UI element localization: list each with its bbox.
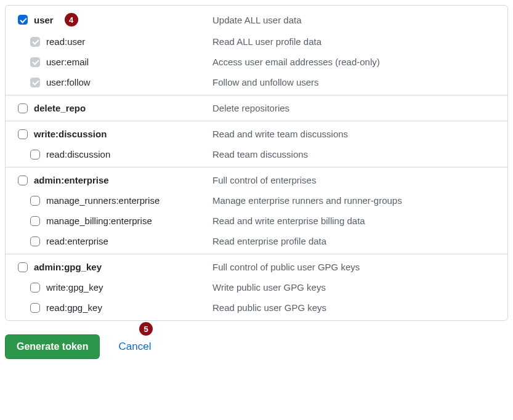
scope-group-delete-repo: delete_repo Delete repositories: [6, 95, 507, 121]
scope-label: read:discussion: [46, 149, 110, 160]
checkbox-read-user[interactable]: [30, 37, 40, 47]
scope-desc: Read and write team discussions: [212, 129, 507, 139]
scope-label: manage_runners:enterprise: [46, 195, 160, 206]
scope-desc: Follow and unfollow users: [212, 77, 507, 87]
checkbox-write-gpg[interactable]: [30, 283, 40, 293]
annotation-badge-5: 5: [139, 322, 153, 336]
scope-row-user: user 4 Update ALL user data: [6, 6, 507, 31]
scope-desc: Read and write enterprise billing data: [212, 216, 507, 226]
scope-row-user-follow: user:follow Follow and unfollow users: [6, 72, 507, 95]
checkbox-delete-repo[interactable]: [18, 103, 28, 113]
scope-label: manage_billing:enterprise: [46, 216, 152, 226]
checkbox-user-email[interactable]: [30, 57, 40, 67]
scope-group-admin-enterprise: admin:enterprise Full control of enterpr…: [6, 168, 507, 254]
checkbox-read-enterprise[interactable]: [30, 236, 40, 246]
checkbox-manage-billing[interactable]: [30, 216, 40, 226]
checkbox-admin-gpg[interactable]: [18, 262, 28, 272]
footer-actions: 5 Generate token Cancel: [5, 334, 508, 359]
scope-row-read-enterprise: read:enterprise Read enterprise profile …: [6, 231, 507, 254]
scope-desc: Read ALL user profile data: [212, 36, 507, 47]
checkbox-user-follow[interactable]: [30, 78, 40, 87]
scope-label: write:discussion: [34, 129, 107, 139]
scope-desc: Read team discussions: [212, 149, 507, 160]
checkbox-read-discussion[interactable]: [30, 150, 40, 160]
checkbox-read-gpg[interactable]: [30, 303, 40, 313]
scope-desc: Read public user GPG keys: [212, 302, 507, 313]
checkbox-write-discussion[interactable]: [18, 129, 28, 139]
scope-label: delete_repo: [34, 103, 86, 113]
scope-row-manage-runners: manage_runners:enterprise Manage enterpr…: [6, 190, 507, 211]
scope-table: user 4 Update ALL user data read:user Re…: [5, 5, 508, 321]
scope-row-write-discussion: write:discussion Read and write team dis…: [6, 121, 507, 144]
scope-desc: Write public user GPG keys: [212, 282, 507, 293]
generate-token-button[interactable]: Generate token: [5, 334, 100, 359]
annotation-badge-4: 4: [65, 13, 78, 26]
scope-desc: Access user email addresses (read-only): [212, 57, 507, 67]
scope-group-user: user 4 Update ALL user data read:user Re…: [6, 6, 507, 95]
scope-label: read:gpg_key: [46, 302, 102, 313]
scope-row-read-user: read:user Read ALL user profile data: [6, 31, 507, 52]
scope-label: read:user: [46, 36, 85, 47]
scope-group-write-discussion: write:discussion Read and write team dis…: [6, 121, 507, 168]
scope-desc: Full control of public user GPG keys: [212, 262, 507, 272]
scope-label: read:enterprise: [46, 236, 108, 246]
scope-row-delete-repo: delete_repo Delete repositories: [6, 95, 507, 121]
checkbox-admin-enterprise[interactable]: [18, 176, 28, 185]
scope-row-admin-enterprise: admin:enterprise Full control of enterpr…: [6, 168, 507, 190]
scope-row-read-gpg: read:gpg_key Read public user GPG keys: [6, 297, 507, 320]
scope-label: user:email: [46, 57, 89, 67]
scope-row-write-gpg: write:gpg_key Write public user GPG keys: [6, 277, 507, 297]
checkbox-manage-runners[interactable]: [30, 196, 40, 206]
scope-row-user-email: user:email Access user email addresses (…: [6, 52, 507, 72]
scope-label: write:gpg_key: [46, 282, 103, 293]
scope-label: user:follow: [46, 77, 91, 87]
checkbox-user[interactable]: [18, 15, 28, 25]
scope-desc: Full control of enterprises: [212, 175, 507, 185]
cancel-link[interactable]: Cancel: [118, 341, 151, 353]
scope-desc: Update ALL user data: [212, 15, 507, 25]
scope-label: admin:enterprise: [34, 175, 109, 185]
scope-group-admin-gpg: admin:gpg_key Full control of public use…: [6, 254, 507, 320]
scope-label: admin:gpg_key: [34, 262, 102, 272]
scope-desc: Delete repositories: [212, 103, 507, 113]
scope-desc: Read enterprise profile data: [212, 236, 507, 246]
scope-row-manage-billing: manage_billing:enterprise Read and write…: [6, 211, 507, 231]
scope-label: user: [34, 15, 54, 25]
scope-desc: Manage enterprise runners and runner-gro…: [212, 195, 507, 206]
scope-row-read-discussion: read:discussion Read team discussions: [6, 144, 507, 167]
scope-row-admin-gpg: admin:gpg_key Full control of public use…: [6, 254, 507, 277]
